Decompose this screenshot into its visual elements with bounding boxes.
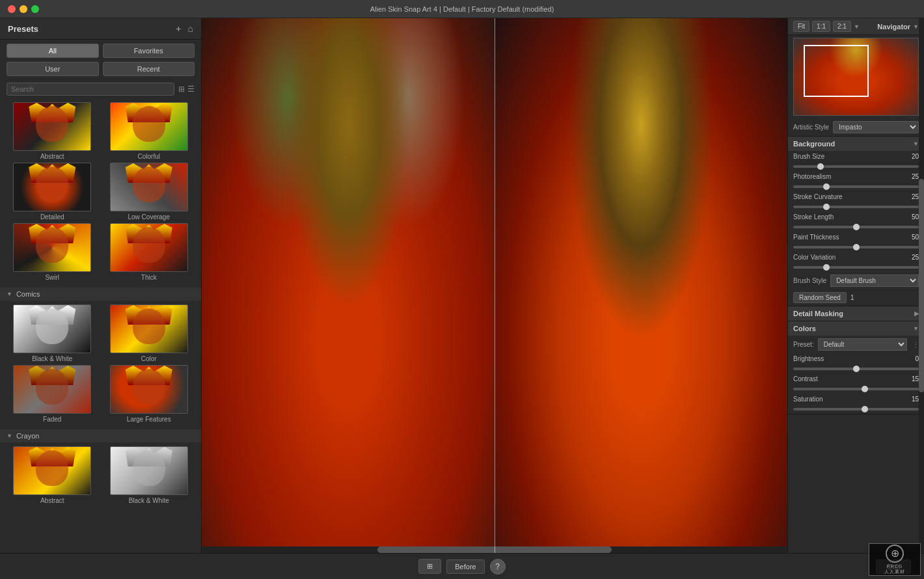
navigator-thumbnail — [793, 38, 919, 116]
list-item[interactable]: Detailed — [5, 163, 100, 221]
detail-masking-section: Detail Masking ▶ — [788, 306, 924, 321]
grid-icon[interactable]: ⊞ — [178, 85, 185, 94]
stroke-length-value: 50 — [912, 213, 919, 221]
color-variation-label: Color Variation — [793, 254, 836, 261]
right-panel-scrollbar[interactable] — [919, 18, 924, 553]
help-icon: ? — [495, 562, 500, 571]
list-item[interactable]: Abstract — [5, 102, 100, 160]
preset-thumb-low-coverage — [110, 163, 188, 211]
contrast-slider[interactable] — [793, 388, 919, 390]
minimize-button[interactable] — [20, 5, 27, 13]
colors-section: Colors ▼ Preset: Default Warm Cool Vivid… — [788, 321, 924, 414]
list-item[interactable]: Black & White — [5, 304, 100, 362]
paint-thickness-param: Paint Thickness 50 — [788, 232, 924, 252]
preset-label: Color — [141, 355, 157, 362]
stroke-length-param: Stroke Length 50 — [788, 211, 924, 232]
fit-zoom-button[interactable]: Fit — [793, 21, 809, 32]
brush-style-row: Brush Style Default Brush Round Flat — [788, 272, 924, 290]
color-variation-param: Color Variation 25 — [788, 252, 924, 272]
photorealism-slider[interactable] — [793, 185, 919, 188]
preset-label: Low Coverage — [128, 213, 170, 221]
filter-recent-button[interactable]: Recent — [103, 62, 195, 76]
filter-buttons-row2: User Recent — [0, 62, 201, 80]
saturation-label: Saturation — [793, 396, 823, 403]
detail-masking-expand-icon: ▶ — [914, 310, 919, 317]
comics-grid: Black & White Color — [0, 301, 201, 427]
presets-scroll[interactable]: Abstract Colorful De — [0, 98, 201, 553]
preset-label: Faded — [43, 416, 61, 423]
background-section-header[interactable]: Background ▼ — [788, 137, 924, 151]
navigator-viewport-box[interactable] — [804, 45, 869, 97]
category-label: Comics — [16, 290, 40, 298]
left-panel: Presets + ⌂ All Favorites User Recent ⊞ … — [0, 18, 202, 553]
preset-label: Detailed — [40, 213, 64, 221]
brush-size-label: Brush Size — [793, 153, 824, 160]
detail-masking-header[interactable]: Detail Masking ▶ — [788, 306, 924, 321]
stroke-length-slider[interactable] — [793, 226, 919, 228]
watermark-logo: ⊕ — [886, 545, 904, 563]
home-icon[interactable]: ⌂ — [188, 23, 193, 34]
toggle-view-button[interactable]: ⊞ — [418, 559, 441, 574]
search-input[interactable] — [7, 83, 174, 96]
random-seed-button[interactable]: Random Seed — [793, 292, 847, 303]
stroke-curvature-slider[interactable] — [793, 206, 919, 208]
1-1-zoom-button[interactable]: 1:1 — [812, 21, 830, 32]
list-item[interactable]: Faded — [5, 365, 100, 423]
list-item[interactable]: Large Features — [102, 365, 197, 423]
titlebar: Alien Skin Snap Art 4 | Default | Factor… — [0, 0, 924, 18]
contrast-value: 15 — [912, 375, 919, 383]
paint-thickness-slider[interactable] — [793, 246, 919, 249]
preset-label: Colorful — [138, 153, 160, 160]
brush-size-slider[interactable] — [793, 165, 919, 168]
artistic-style-select[interactable]: Impasto Watercolor Oil Paint Pastel — [833, 121, 919, 133]
preset-thumb-crayon-bw — [110, 446, 188, 495]
preset-thumb-color — [110, 304, 188, 353]
presets-header: Presets + ⌂ — [0, 18, 201, 40]
filter-all-button[interactable]: All — [7, 44, 99, 58]
colors-section-header[interactable]: Colors ▼ — [788, 321, 924, 336]
preset-thumb-swirl — [13, 223, 91, 272]
traffic-lights — [8, 5, 39, 13]
chevron-down-icon: ▼ — [7, 433, 12, 439]
color-variation-slider[interactable] — [793, 266, 919, 269]
stroke-curvature-param: Stroke Curvature 25 — [788, 191, 924, 211]
close-button[interactable] — [8, 5, 16, 13]
crayon-grid: Abstract Black & White — [0, 442, 201, 508]
2-1-zoom-button[interactable]: 2:1 — [833, 21, 851, 32]
list-item[interactable]: Thick — [102, 223, 197, 281]
fullscreen-button[interactable] — [31, 5, 39, 13]
list-item[interactable]: Black & White — [102, 446, 197, 504]
background-section: Background ▼ Brush Size 20 Photorealism … — [788, 137, 924, 306]
add-preset-icon[interactable]: + — [176, 23, 181, 34]
preset-options-icon[interactable]: ⋮ — [912, 341, 919, 348]
help-button[interactable]: ? — [490, 559, 506, 574]
photorealism-label: Photorealism — [793, 173, 831, 180]
category-header-comics[interactable]: ▼ Comics — [0, 288, 201, 301]
filter-favorites-button[interactable]: Favorites — [103, 44, 195, 58]
list-item[interactable]: Color — [102, 304, 197, 362]
main-layout: Presets + ⌂ All Favorites User Recent ⊞ … — [0, 18, 924, 553]
filter-buttons-row: All Favorites — [0, 40, 201, 62]
preset-label: Swirl — [45, 274, 59, 281]
presets-title: Presets — [8, 24, 38, 34]
preset-label: Thick — [141, 274, 157, 281]
right-panel: Fit 1:1 2:1 ▼ Navigator ▼ Artistic Style… — [787, 18, 924, 553]
list-item[interactable]: Low Coverage — [102, 163, 197, 221]
before-button[interactable]: Before — [446, 559, 484, 574]
list-item[interactable]: Colorful — [102, 102, 197, 160]
list-icon[interactable]: ☰ — [187, 85, 195, 94]
canvas-right-half — [495, 18, 787, 553]
category-header-crayon[interactable]: ▼ Crayon — [0, 429, 201, 442]
list-item[interactable]: Abstract — [5, 446, 100, 504]
background-collapse-icon: ▼ — [913, 141, 919, 147]
brightness-slider[interactable] — [793, 368, 919, 370]
preset-thumb-colorful — [110, 102, 188, 151]
artistic-style-row: Artistic Style Impasto Watercolor Oil Pa… — [788, 118, 924, 137]
colors-preset-select[interactable]: Default Warm Cool Vivid — [818, 338, 907, 351]
brush-style-select[interactable]: Default Brush Round Flat — [830, 275, 919, 287]
list-item[interactable]: Swirl — [5, 223, 100, 281]
saturation-slider[interactable] — [793, 408, 919, 411]
filter-user-button[interactable]: User — [7, 62, 99, 76]
app-title: Alien Skin Snap Art 4 | Default | Factor… — [370, 5, 554, 13]
random-seed-value: 1 — [850, 294, 854, 301]
